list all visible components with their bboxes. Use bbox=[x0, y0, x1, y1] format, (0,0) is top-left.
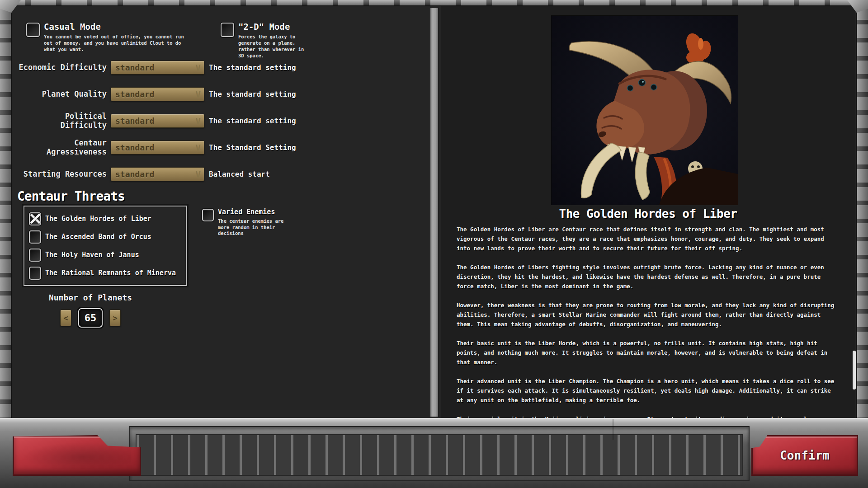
faction-description-paragraph: The Golden Hordes of Libers fighting sty… bbox=[457, 263, 841, 291]
setting-description: The standard setting bbox=[209, 90, 296, 99]
threat-option-the-golden-hordes-of-liber: The Golden Hordes of Liber bbox=[27, 212, 184, 225]
increment-planets-button[interactable]: > bbox=[109, 310, 121, 326]
varied-enemies-option: Varied Enemies The centuar enemies are m… bbox=[202, 209, 311, 237]
metal-frame-right bbox=[856, 6, 868, 418]
dropdown-chevron-icon: V bbox=[196, 63, 201, 73]
content-area: Casual ModeYou cannot be voted out of of… bbox=[13, 6, 855, 418]
mode-description: You cannot be voted out of office, you c… bbox=[44, 34, 185, 53]
the-golden-hordes-of-liber-checkbox[interactable] bbox=[29, 212, 41, 225]
centaur-threats-heading: Centaur Threats bbox=[17, 189, 125, 204]
faction-description-paragraph: However, there weakness is that they are… bbox=[457, 300, 841, 329]
setting-row-centaur-agressiveness: Centaur AgressivenessstandardVThe Standa… bbox=[18, 134, 296, 161]
logo-plate bbox=[13, 435, 141, 476]
2-d-mode-checkbox[interactable] bbox=[221, 23, 234, 37]
setting-description: The Standard Setting bbox=[209, 143, 296, 152]
centaur-portrait-art bbox=[552, 16, 738, 205]
threat-option-label: The Golden Hordes of Liber bbox=[45, 215, 151, 223]
planet-count-stepper: < 65 > bbox=[32, 308, 149, 328]
faction-title: The Golden Hordes of Liber bbox=[441, 207, 855, 221]
the-holy-haven-of-janus-checkbox[interactable] bbox=[29, 249, 41, 262]
setting-row-economic-difficulty: Economic DifficultystandardVThe standard… bbox=[18, 54, 296, 81]
number-of-planets-heading: Number of Planets bbox=[32, 293, 149, 302]
varied-enemies-checkbox[interactable] bbox=[202, 209, 214, 221]
centaur-threats-list: The Golden Hordes of LiberThe Ascended B… bbox=[24, 206, 187, 286]
dropdown-chevron-icon: V bbox=[196, 143, 201, 153]
economic-difficulty-dropdown[interactable]: standardV bbox=[111, 61, 204, 75]
the-ascended-band-of-orcus-checkbox[interactable] bbox=[29, 230, 41, 244]
dropdown-chevron-icon: V bbox=[196, 89, 201, 99]
panel-scrollbar[interactable] bbox=[430, 7, 439, 417]
footer-slats bbox=[136, 434, 743, 476]
metal-frame-top bbox=[0, 0, 868, 6]
varied-enemies-description: The centuar enemies are more random in t… bbox=[218, 218, 287, 237]
difficulty-settings: Economic DifficultystandardVThe standard… bbox=[18, 54, 296, 188]
mode-label: "2-D" Mode bbox=[238, 23, 311, 32]
number-of-planets-section: Number of Planets < 65 > bbox=[32, 293, 149, 328]
setting-label: Economic Difficulty bbox=[18, 63, 107, 72]
confirm-button[interactable]: Confirm bbox=[751, 435, 858, 476]
faction-description-paragraph: Their advanced unit is the Liber Champio… bbox=[457, 376, 841, 405]
mode-text: Casual ModeYou cannot be voted out of of… bbox=[44, 23, 185, 53]
casual-mode-checkbox[interactable] bbox=[26, 23, 40, 37]
dropdown-value: standard bbox=[115, 63, 155, 72]
threat-option-the-ascended-band-of-orcus: The Ascended Band of Orcus bbox=[27, 230, 184, 244]
planet-count-value: 65 bbox=[78, 308, 103, 328]
mode-casual-mode: Casual ModeYou cannot be voted out of of… bbox=[26, 23, 194, 53]
mode-label: Casual Mode bbox=[44, 23, 185, 32]
setting-label: Centaur Agressiveness bbox=[18, 139, 107, 156]
galaxy-setup-screen: Casual ModeYou cannot be voted out of of… bbox=[0, 0, 868, 488]
setting-description: Balanced start bbox=[209, 170, 270, 178]
mode-text: "2-D" ModeForces the galaxy to generate … bbox=[238, 23, 311, 59]
dropdown-value: standard bbox=[115, 89, 155, 99]
threat-option-label: The Rational Remnants of Minerva bbox=[45, 269, 176, 277]
footer-seam bbox=[613, 419, 613, 440]
mode-toggles: Casual ModeYou cannot be voted out of of… bbox=[26, 23, 313, 59]
threat-option-the-rational-remnants-of-minerva: The Rational Remnants of Minerva bbox=[27, 267, 184, 280]
dropdown-value: standard bbox=[115, 116, 155, 126]
metal-frame-left bbox=[0, 6, 12, 418]
the-rational-remnants-of-minerva-checkbox[interactable] bbox=[29, 267, 41, 280]
dropdown-chevron-icon: V bbox=[196, 169, 201, 179]
varied-enemies-label: Varied Enemies bbox=[218, 209, 287, 216]
setting-row-political-difficulty: Political DifficultystandardVThe standar… bbox=[18, 108, 296, 134]
threat-option-label: The Ascended Band of Orcus bbox=[45, 233, 151, 241]
dropdown-value: standard bbox=[115, 143, 155, 152]
faction-detail-panel: The Golden Hordes of Liber The Golden Ho… bbox=[441, 6, 855, 418]
logo-emboss bbox=[23, 442, 131, 469]
footer-channel bbox=[129, 426, 750, 481]
setting-label: Political Difficulty bbox=[18, 112, 107, 129]
footer-bar: Confirm bbox=[0, 418, 868, 488]
mode-2-d-mode: "2-D" ModeForces the galaxy to generate … bbox=[221, 23, 313, 59]
faction-description-paragraph: The Golden Hordes of Liber are Centaur r… bbox=[457, 225, 841, 253]
setup-options-panel: Casual ModeYou cannot be voted out of of… bbox=[13, 6, 347, 418]
setting-row-starting-resources: Starting ResourcesstandardVBalanced star… bbox=[18, 161, 296, 188]
decrement-planets-button[interactable]: < bbox=[60, 310, 71, 326]
setting-label: Starting Resources bbox=[18, 170, 107, 178]
setting-label: Planet Quality bbox=[18, 90, 107, 99]
threat-option-the-holy-haven-of-janus: The Holy Haven of Janus bbox=[27, 249, 184, 262]
setting-description: The standard setting bbox=[209, 63, 296, 72]
setting-row-planet-quality: Planet QualitystandardVThe standard sett… bbox=[18, 81, 296, 108]
threat-option-label: The Holy Haven of Janus bbox=[45, 251, 139, 259]
political-difficulty-dropdown[interactable]: standardV bbox=[111, 114, 204, 128]
detail-scrollbar-thumb[interactable] bbox=[853, 351, 856, 389]
varied-enemies-text: Varied Enemies The centuar enemies are m… bbox=[218, 209, 287, 237]
checkbox-x-icon bbox=[30, 213, 40, 225]
centaur-agressiveness-dropdown[interactable]: standardV bbox=[111, 141, 204, 155]
setting-description: The standard setting bbox=[209, 117, 296, 125]
centaur-portrait-image bbox=[552, 16, 738, 205]
faction-description-paragraph: Their basic unit is the Liber Horde, whi… bbox=[457, 338, 841, 367]
dropdown-chevron-icon: V bbox=[196, 116, 201, 126]
planet-quality-dropdown[interactable]: standardV bbox=[111, 87, 204, 101]
starting-resources-dropdown[interactable]: standardV bbox=[111, 167, 204, 181]
dropdown-value: standard bbox=[115, 169, 155, 179]
